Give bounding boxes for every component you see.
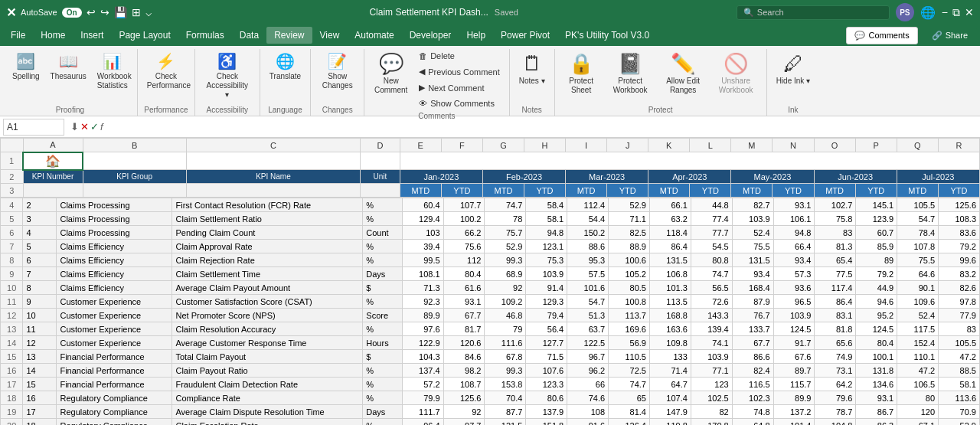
cell-data[interactable]: 71.3 [402,281,443,295]
cell-data[interactable]: 71.1 [609,212,650,226]
cell-data[interactable]: 93.1 [773,198,815,212]
cell-data[interactable]: 101.3 [649,281,691,295]
cell-data[interactable]: 79.2 [939,240,980,253]
ribbon-btn-show-comments[interactable]: 👁 Show Comments [414,96,505,110]
col-E[interactable]: E [400,139,441,152]
cell-frozen-3[interactable]: $ [363,350,402,364]
cell-frozen-0[interactable]: 11 [23,322,57,336]
cell-data[interactable]: 56.9 [609,336,650,350]
ribbon-btn-hide-ink[interactable]: 🖊 Hide Ink ▾ [772,49,815,89]
cell-data[interactable]: 125.6 [443,391,485,405]
cell-data[interactable]: 108.1 [402,267,443,281]
ribbon-btn-thesaurus[interactable]: 📖 Thesaurus [46,49,91,84]
cell-data[interactable]: 129.3 [526,295,567,309]
ribbon-btn-workbook-stats[interactable]: 📊 Workbook Statistics [93,49,132,93]
cell-data[interactable]: 74.9 [815,350,856,364]
cell-data[interactable]: 106.8 [649,267,691,281]
cell-frozen-3[interactable]: % [363,322,402,336]
cell-data[interactable]: 111.6 [485,336,526,350]
cell-frozen-3[interactable]: % [363,212,402,226]
cell-data[interactable]: 93.4 [732,267,773,281]
minimize-button[interactable]: − [942,6,948,19]
ribbon-btn-protect-workbook[interactable]: 📓 Protect Workbook [605,49,656,98]
cell-frozen-2[interactable]: Average Customer Response Time [172,336,363,350]
redo-icon[interactable]: ↪ [100,6,109,18]
cell-data[interactable]: 75.5 [897,253,939,267]
col-A[interactable]: A [23,139,83,152]
col-J[interactable]: J [607,139,648,152]
cell-data[interactable]: 104.8 [815,419,856,426]
col-P[interactable]: P [855,139,897,152]
cell-data[interactable]: 124.5 [856,322,897,336]
cell-data[interactable]: 70.9 [939,405,980,419]
col-O[interactable]: O [814,139,855,152]
cell-data[interactable]: 65.4 [815,253,856,267]
cell-data[interactable]: 112.4 [567,198,609,212]
cell-data[interactable]: 103.9 [526,267,567,281]
cell-data[interactable]: 133.7 [732,322,773,336]
cell-data[interactable]: 75.5 [732,240,773,253]
cell-a1[interactable]: 🏠 [23,152,83,170]
menu-home[interactable]: Home [33,27,73,44]
cell-data[interactable]: 81.8 [815,322,856,336]
cell-data[interactable]: 111.7 [402,405,443,419]
cell-frozen-0[interactable]: 15 [23,378,57,391]
cell-data[interactable]: 52.4 [732,226,773,240]
ribbon-btn-notes[interactable]: 🗒 Notes ▾ [514,49,550,89]
cell-frozen-0[interactable]: 9 [23,295,57,309]
cell-data[interactable]: 66.4 [773,240,815,253]
menu-formulas[interactable]: Formulas [178,27,232,44]
cell-data[interactable]: 83.2 [939,267,980,281]
cell-data[interactable]: 100.2 [443,212,485,226]
menu-review[interactable]: Review [266,27,312,44]
cell-frozen-2[interactable]: Compliance Rate [172,391,363,405]
ribbon-btn-translate[interactable]: 🌐 Translate [265,49,305,84]
cell-frozen-1[interactable]: Customer Experience [57,336,172,350]
cell-data[interactable]: 131.8 [856,364,897,378]
col-G[interactable]: G [482,139,524,152]
cell-data[interactable]: 58.1 [526,212,567,226]
ribbon-btn-check-accessibility[interactable]: ♿ Check Accessibility ▾ [200,49,255,103]
cell-frozen-0[interactable]: 2 [23,198,57,212]
cell-frozen-1[interactable]: Customer Experience [57,295,172,309]
cell-frozen-1[interactable]: Claims Efficiency [57,281,172,295]
cell-data[interactable]: 89.9 [773,391,815,405]
cell-data[interactable]: 107.8 [897,240,939,253]
cell-data[interactable]: 64.2 [815,378,856,391]
cell-data[interactable]: 77.5 [815,267,856,281]
col-B[interactable]: B [83,139,186,152]
cell-data[interactable]: 92 [485,281,526,295]
cell-data[interactable]: 92.3 [402,295,443,309]
cell-data[interactable]: 60.4 [402,198,443,212]
cell-data[interactable]: 74.7 [691,267,732,281]
cell-data[interactable]: 113.6 [939,391,980,405]
cell-data[interactable]: 74.8 [732,405,773,419]
cell-data[interactable]: 63.2 [649,212,691,226]
comments-button[interactable]: 💬 Comments [846,27,917,44]
cell-frozen-1[interactable]: Claims Efficiency [57,240,172,253]
cell-data[interactable]: 79.2 [856,267,897,281]
cell-data[interactable]: 170.8 [691,419,732,426]
cell-data[interactable]: 102.7 [815,198,856,212]
cell-frozen-1[interactable]: Claims Processing [57,226,172,240]
cell-data[interactable]: 95.2 [856,309,897,322]
cell-data[interactable]: 77.9 [939,309,980,322]
cell-frozen-3[interactable]: Count [363,226,402,240]
cell-data[interactable]: 100.8 [609,295,650,309]
cell-data[interactable]: 86.3 [856,419,897,426]
cell-data[interactable]: 52.9 [609,198,650,212]
cell-data[interactable]: 123.1 [526,240,567,253]
cell-data[interactable]: 78 [485,212,526,226]
cell-data[interactable]: 124.5 [773,322,815,336]
cell-data[interactable]: 93.6 [773,281,815,295]
cell-data[interactable]: 67.8 [485,350,526,364]
cell-d1[interactable] [361,152,400,170]
cell-data[interactable]: 75.6 [443,240,485,253]
col-R[interactable]: R [938,139,979,152]
cell-data[interactable]: 63.7 [567,322,609,336]
cell-data[interactable]: 134.6 [856,378,897,391]
cell-data[interactable]: 67.6 [773,350,815,364]
cell-frozen-3[interactable]: % [363,364,402,378]
cell-frozen-2[interactable]: Claim Escalation Rate [172,419,363,426]
cell-data[interactable]: 83.6 [939,226,980,240]
